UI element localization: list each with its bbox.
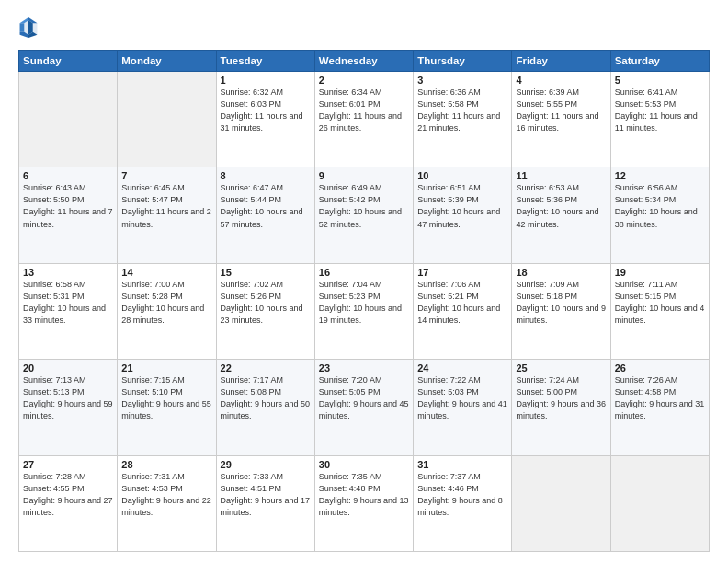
day-number: 28 <box>121 459 211 470</box>
day-info: Sunrise: 7:02 AMSunset: 5:26 PMDaylight:… <box>221 279 311 327</box>
day-cell: 24Sunrise: 7:22 AMSunset: 5:03 PMDayligh… <box>414 360 512 455</box>
day-cell: 16Sunrise: 7:04 AMSunset: 5:23 PMDayligh… <box>314 263 413 359</box>
day-number: 1 <box>221 75 311 86</box>
day-cell: 25Sunrise: 7:24 AMSunset: 5:00 PMDayligh… <box>512 360 610 455</box>
day-info: Sunrise: 6:47 AMSunset: 5:44 PMDaylight:… <box>221 182 311 230</box>
weekday-thursday: Thursday <box>414 51 512 72</box>
day-cell: 1Sunrise: 6:32 AMSunset: 6:03 PMDaylight… <box>216 72 314 167</box>
day-number: 6 <box>23 170 113 181</box>
day-cell: 8Sunrise: 6:47 AMSunset: 5:44 PMDaylight… <box>216 167 314 263</box>
day-cell: 20Sunrise: 7:13 AMSunset: 5:13 PMDayligh… <box>19 360 118 455</box>
day-number: 20 <box>23 362 113 373</box>
day-info: Sunrise: 7:22 AMSunset: 5:03 PMDaylight:… <box>417 374 507 422</box>
day-number: 29 <box>221 459 311 470</box>
weekday-sunday: Sunday <box>19 51 118 72</box>
day-cell: 26Sunrise: 7:26 AMSunset: 4:58 PMDayligh… <box>610 360 709 455</box>
day-info: Sunrise: 7:26 AMSunset: 4:58 PMDaylight:… <box>615 374 705 422</box>
day-cell: 7Sunrise: 6:45 AMSunset: 5:47 PMDaylight… <box>118 167 216 263</box>
day-info: Sunrise: 7:20 AMSunset: 5:05 PMDaylight:… <box>319 374 409 422</box>
day-cell <box>610 455 709 551</box>
day-cell: 18Sunrise: 7:09 AMSunset: 5:18 PMDayligh… <box>512 263 610 359</box>
day-info: Sunrise: 6:45 AMSunset: 5:47 PMDaylight:… <box>121 182 211 230</box>
day-cell: 4Sunrise: 6:39 AMSunset: 5:55 PMDaylight… <box>512 72 610 167</box>
day-info: Sunrise: 7:15 AMSunset: 5:10 PMDaylight:… <box>121 374 211 422</box>
week-row-1: 1Sunrise: 6:32 AMSunset: 6:03 PMDaylight… <box>19 72 710 167</box>
day-number: 24 <box>417 362 507 373</box>
day-number: 21 <box>121 362 211 373</box>
day-cell: 2Sunrise: 6:34 AMSunset: 6:01 PMDaylight… <box>314 72 413 167</box>
day-number: 18 <box>516 267 606 278</box>
day-number: 11 <box>516 170 606 181</box>
day-number: 7 <box>121 170 211 181</box>
calendar-table: SundayMondayTuesdayWednesdayThursdayFrid… <box>18 50 710 552</box>
day-number: 14 <box>121 267 211 278</box>
day-number: 25 <box>516 362 606 373</box>
weekday-friday: Friday <box>512 51 610 72</box>
day-cell: 6Sunrise: 6:43 AMSunset: 5:50 PMDaylight… <box>19 167 118 263</box>
week-row-4: 20Sunrise: 7:13 AMSunset: 5:13 PMDayligh… <box>19 360 710 455</box>
day-cell: 23Sunrise: 7:20 AMSunset: 5:05 PMDayligh… <box>314 360 413 455</box>
day-info: Sunrise: 7:31 AMSunset: 4:53 PMDaylight:… <box>121 471 211 519</box>
day-number: 4 <box>516 75 606 86</box>
weekday-monday: Monday <box>118 51 216 72</box>
day-cell: 31Sunrise: 7:37 AMSunset: 4:46 PMDayligh… <box>414 455 512 551</box>
day-number: 27 <box>23 459 113 470</box>
logo <box>18 15 42 40</box>
day-number: 17 <box>417 267 507 278</box>
day-cell: 3Sunrise: 6:36 AMSunset: 5:58 PMDaylight… <box>414 72 512 167</box>
day-info: Sunrise: 7:24 AMSunset: 5:00 PMDaylight:… <box>516 374 606 422</box>
day-info: Sunrise: 6:34 AMSunset: 6:01 PMDaylight:… <box>319 86 409 134</box>
day-number: 3 <box>417 75 507 86</box>
day-cell <box>118 72 216 167</box>
day-info: Sunrise: 6:51 AMSunset: 5:39 PMDaylight:… <box>417 182 507 230</box>
day-info: Sunrise: 6:56 AMSunset: 5:34 PMDaylight:… <box>615 182 705 230</box>
day-cell: 19Sunrise: 7:11 AMSunset: 5:15 PMDayligh… <box>610 263 709 359</box>
weekday-wednesday: Wednesday <box>314 51 413 72</box>
header <box>18 15 710 40</box>
svg-marker-4 <box>20 23 25 31</box>
day-cell: 28Sunrise: 7:31 AMSunset: 4:53 PMDayligh… <box>118 455 216 551</box>
day-cell: 13Sunrise: 6:58 AMSunset: 5:31 PMDayligh… <box>19 263 118 359</box>
day-cell: 21Sunrise: 7:15 AMSunset: 5:10 PMDayligh… <box>118 360 216 455</box>
day-info: Sunrise: 6:41 AMSunset: 5:53 PMDaylight:… <box>615 86 705 134</box>
week-row-3: 13Sunrise: 6:58 AMSunset: 5:31 PMDayligh… <box>19 263 710 359</box>
week-row-5: 27Sunrise: 7:28 AMSunset: 4:55 PMDayligh… <box>19 455 710 551</box>
day-cell: 30Sunrise: 7:35 AMSunset: 4:48 PMDayligh… <box>314 455 413 551</box>
day-number: 13 <box>23 267 113 278</box>
day-number: 23 <box>319 362 409 373</box>
day-info: Sunrise: 6:43 AMSunset: 5:50 PMDaylight:… <box>23 182 113 230</box>
day-cell: 17Sunrise: 7:06 AMSunset: 5:21 PMDayligh… <box>414 263 512 359</box>
day-info: Sunrise: 7:06 AMSunset: 5:21 PMDaylight:… <box>417 279 507 327</box>
day-number: 8 <box>221 170 311 181</box>
page: SundayMondayTuesdayWednesdayThursdayFrid… <box>0 0 728 563</box>
day-info: Sunrise: 7:00 AMSunset: 5:28 PMDaylight:… <box>121 279 211 327</box>
weekday-header-row: SundayMondayTuesdayWednesdayThursdayFrid… <box>19 51 710 72</box>
day-info: Sunrise: 6:58 AMSunset: 5:31 PMDaylight:… <box>23 279 113 327</box>
day-info: Sunrise: 7:11 AMSunset: 5:15 PMDaylight:… <box>615 279 705 327</box>
day-number: 10 <box>417 170 507 181</box>
day-number: 5 <box>615 75 705 86</box>
day-info: Sunrise: 7:09 AMSunset: 5:18 PMDaylight:… <box>516 279 606 327</box>
day-cell: 27Sunrise: 7:28 AMSunset: 4:55 PMDayligh… <box>19 455 118 551</box>
day-info: Sunrise: 7:37 AMSunset: 4:46 PMDaylight:… <box>417 471 507 519</box>
day-number: 15 <box>221 267 311 278</box>
day-number: 30 <box>319 459 409 470</box>
day-number: 16 <box>319 267 409 278</box>
day-info: Sunrise: 6:36 AMSunset: 5:58 PMDaylight:… <box>417 86 507 134</box>
day-number: 9 <box>319 170 409 181</box>
day-info: Sunrise: 7:28 AMSunset: 4:55 PMDaylight:… <box>23 471 113 519</box>
day-cell: 11Sunrise: 6:53 AMSunset: 5:36 PMDayligh… <box>512 167 610 263</box>
day-info: Sunrise: 6:53 AMSunset: 5:36 PMDaylight:… <box>516 182 606 230</box>
day-number: 2 <box>319 75 409 86</box>
day-cell: 14Sunrise: 7:00 AMSunset: 5:28 PMDayligh… <box>118 263 216 359</box>
day-info: Sunrise: 7:04 AMSunset: 5:23 PMDaylight:… <box>319 279 409 327</box>
day-number: 31 <box>417 459 507 470</box>
day-info: Sunrise: 6:32 AMSunset: 6:03 PMDaylight:… <box>221 86 311 134</box>
day-info: Sunrise: 7:13 AMSunset: 5:13 PMDaylight:… <box>23 374 113 422</box>
day-cell: 10Sunrise: 6:51 AMSunset: 5:39 PMDayligh… <box>414 167 512 263</box>
day-number: 19 <box>615 267 705 278</box>
day-cell: 29Sunrise: 7:33 AMSunset: 4:51 PMDayligh… <box>216 455 314 551</box>
day-cell <box>19 72 118 167</box>
day-cell: 22Sunrise: 7:17 AMSunset: 5:08 PMDayligh… <box>216 360 314 455</box>
logo-icon <box>18 15 39 40</box>
